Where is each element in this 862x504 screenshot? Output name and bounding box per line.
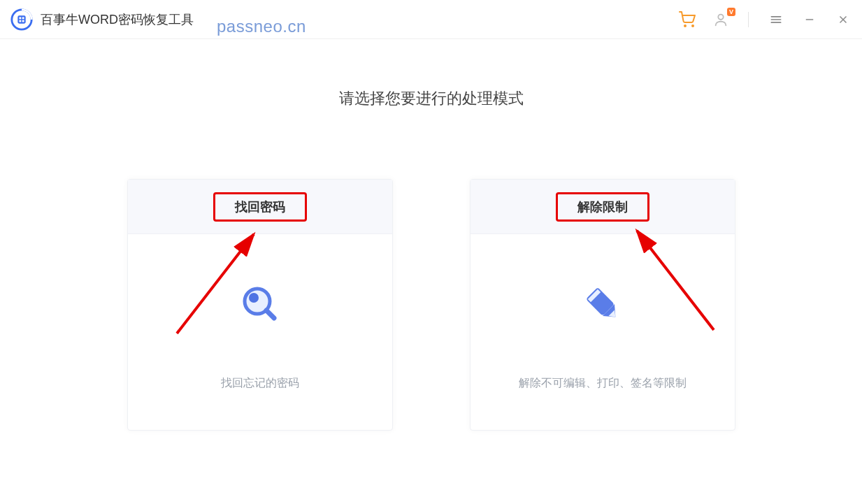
card-title: 解除限制 <box>556 192 649 222</box>
svg-point-7 <box>692 25 694 27</box>
close-icon[interactable] <box>834 10 852 29</box>
svg-point-16 <box>249 293 259 303</box>
logo-wrap: 百事牛WORD密码恢复工具 <box>10 8 194 31</box>
cards-row: 找回密码 找回忘记的密码 解除限制 <box>127 179 735 431</box>
main-content: 请选择您要进行的处理模式 找回密码 找回忘记的密码 <box>0 39 862 431</box>
magnifier-icon <box>238 282 282 329</box>
card-header: 解除限制 <box>470 180 735 234</box>
titlebar-right: V <box>678 10 852 29</box>
card-recover-password[interactable]: 找回密码 找回忘记的密码 <box>127 179 393 431</box>
pencil-icon <box>582 283 624 328</box>
cart-icon[interactable] <box>678 10 696 29</box>
user-vip-icon[interactable]: V <box>712 10 730 29</box>
svg-rect-4 <box>19 20 21 22</box>
minimize-icon[interactable] <box>800 10 819 29</box>
svg-rect-1 <box>17 15 25 23</box>
svg-rect-2 <box>19 17 21 19</box>
svg-line-17 <box>266 310 274 318</box>
card-icon-slot <box>470 234 735 376</box>
page-title: 请选择您要进行的处理模式 <box>339 88 524 109</box>
menu-icon[interactable] <box>767 10 785 29</box>
watermark-text: passneo.cn <box>217 17 306 36</box>
card-remove-restriction[interactable]: 解除限制 解除不可编辑、打印、签名等限制 <box>470 179 735 431</box>
card-desc: 解除不可编辑、打印、签名等限制 <box>519 376 687 391</box>
svg-point-8 <box>718 14 723 19</box>
separator <box>748 12 749 27</box>
svg-rect-5 <box>22 20 24 22</box>
card-icon-slot <box>128 234 392 376</box>
app-logo-icon <box>10 8 34 31</box>
vip-badge-icon: V <box>727 8 735 16</box>
svg-rect-3 <box>22 17 24 19</box>
svg-point-6 <box>684 25 686 27</box>
app-title: 百事牛WORD密码恢复工具 <box>41 11 194 28</box>
card-desc: 找回忘记的密码 <box>221 376 299 391</box>
card-header: 找回密码 <box>128 180 392 234</box>
card-title: 找回密码 <box>213 192 307 222</box>
titlebar: 百事牛WORD密码恢复工具 passneo.cn V <box>0 0 862 39</box>
